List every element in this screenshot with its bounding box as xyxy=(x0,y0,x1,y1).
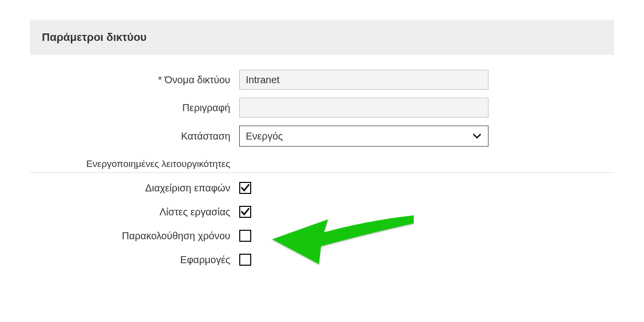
features-heading: Ενεργοποιημένες λειτουργικότητες xyxy=(30,159,239,169)
panel-title: Παράμετροι δικτύου xyxy=(42,31,602,44)
network-settings-form: * Όνομα δικτύου Περιγραφή Κατάσταση Ενερ… xyxy=(30,70,614,266)
select-status[interactable]: Ενεργός xyxy=(239,126,488,147)
input-network-name[interactable] xyxy=(239,70,488,90)
row-features-heading: Ενεργοποιημένες λειτουργικότητες xyxy=(30,159,614,173)
panel-header: Παράμετροι δικτύου xyxy=(30,20,614,55)
label-network-name: * Όνομα δικτύου xyxy=(30,74,239,86)
check-icon xyxy=(241,183,250,192)
checkbox-feature-timetrack[interactable] xyxy=(239,230,251,242)
label-feature-contacts: Διαχείριση επαφών xyxy=(30,182,239,194)
select-status-value: Ενεργός xyxy=(246,131,472,142)
row-feature-apps: Εφαρμογές xyxy=(30,254,614,266)
checkbox-feature-apps[interactable] xyxy=(239,254,251,266)
label-description: Περιγραφή xyxy=(30,102,239,114)
row-feature-contacts: Διαχείριση επαφών xyxy=(30,182,614,194)
input-description[interactable] xyxy=(239,98,488,118)
row-description: Περιγραφή xyxy=(30,98,614,118)
label-status: Κατάσταση xyxy=(30,131,239,142)
check-icon xyxy=(241,207,250,216)
label-feature-timetrack: Παρακολούθηση χρόνου xyxy=(30,230,239,242)
row-feature-worklists: Λίστες εργασίας xyxy=(30,206,614,218)
row-feature-timetrack: Παρακολούθηση χρόνου xyxy=(30,230,614,242)
checkbox-feature-worklists[interactable] xyxy=(239,206,251,218)
row-status: Κατάσταση Ενεργός xyxy=(30,126,614,147)
label-feature-worklists: Λίστες εργασίας xyxy=(30,206,239,218)
row-network-name: * Όνομα δικτύου xyxy=(30,70,614,90)
label-feature-apps: Εφαρμογές xyxy=(30,254,239,266)
checkbox-feature-contacts[interactable] xyxy=(239,182,251,194)
chevron-down-icon xyxy=(472,131,482,141)
